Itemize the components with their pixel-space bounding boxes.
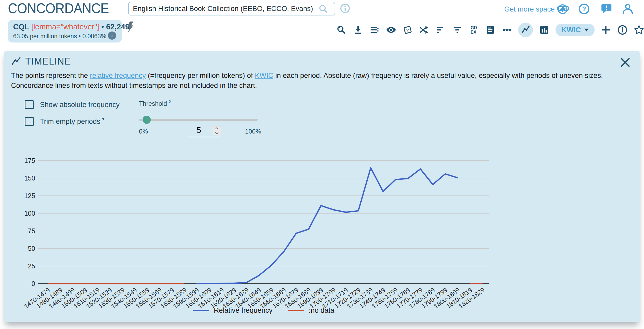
search-icon[interactable] (318, 4, 328, 14)
add-icon[interactable] (601, 24, 611, 36)
view-options-icon[interactable] (369, 24, 380, 36)
corpus-info-icon[interactable] (340, 3, 350, 14)
gdex-line1: GD (471, 25, 477, 30)
visualization-eye-icon[interactable] (386, 24, 396, 36)
threshold-input-wrap (188, 125, 220, 137)
text-types-icon[interactable] (485, 24, 496, 36)
svg-text:150: 150 (24, 174, 35, 182)
get-more-space-label: Get more space (504, 5, 555, 13)
show-absolute-frequency-label: Show absolute frequency (40, 101, 120, 109)
kwic-selector-label: KWIC (561, 26, 581, 34)
corpus-selector-input[interactable] (128, 2, 335, 15)
trim-help-mark: ? (102, 117, 104, 122)
svg-text:75: 75 (28, 227, 35, 235)
relative-frequency-link[interactable]: relative frequency (90, 72, 146, 79)
chevron-down-icon (584, 29, 589, 31)
frequency-icon[interactable] (539, 24, 549, 36)
chart-legend: Relative frequency :no data (38, 306, 489, 315)
legend-item-relative-frequency: Relative frequency (193, 306, 273, 315)
trim-empty-periods-label: Trim empty periods? (40, 117, 104, 126)
query-summary-chip[interactable]: CQL [lemma="whatever"] • 62,249 63.05 pe… (8, 20, 122, 43)
stepper-up-icon[interactable] (215, 127, 219, 131)
slider-track[interactable] (139, 119, 258, 121)
svg-text:100: 100 (24, 210, 35, 217)
feedback-icon[interactable] (600, 3, 612, 15)
shuffle-icon[interactable] (419, 24, 429, 36)
app-logo: CONCORDANCE (8, 0, 109, 16)
threshold-help-mark: ? (168, 99, 171, 104)
svg-text:50: 50 (28, 245, 35, 252)
show-absolute-frequency-checkbox[interactable] (25, 100, 34, 109)
slider-max-label: 100% (245, 128, 261, 135)
filter-icon[interactable] (452, 24, 463, 36)
threshold-text: Threshold (139, 100, 167, 107)
panel-description: The points represent the relative freque… (11, 71, 634, 91)
trim-empty-periods-text: Trim empty periods (40, 118, 100, 125)
query-info-button[interactable]: i (108, 31, 116, 40)
slider-thumb[interactable] (143, 116, 151, 124)
close-icon[interactable] (620, 57, 630, 67)
panel-title: TIMELINE (25, 56, 71, 67)
good-dictionary-examples-icon[interactable]: GD EX (469, 24, 479, 36)
timeline-icon[interactable] (518, 23, 533, 37)
query-summary-line1: CQL [lemma="whatever"] • 62,249 (13, 23, 117, 31)
svg-text:25: 25 (28, 262, 35, 270)
link-icon[interactable] (557, 3, 569, 14)
threshold-slider[interactable] (139, 116, 258, 124)
legend-swatch-no-data (288, 310, 304, 311)
bullet: • (101, 23, 104, 31)
kwic-link[interactable]: KWIC (255, 72, 273, 79)
description-text: The points represent the (11, 72, 90, 79)
threshold-value-input[interactable] (188, 125, 209, 136)
lightning-bolt-icon (127, 21, 134, 33)
timeline-panel: TIMELINE The points represent the relati… (4, 51, 640, 322)
threshold-stepper[interactable] (213, 126, 221, 135)
download-icon[interactable] (353, 24, 363, 36)
query-stats: 63.05 per million tokens • 0.0063% (13, 33, 117, 40)
new-search-icon[interactable] (336, 24, 347, 36)
user-icon[interactable] (622, 3, 633, 15)
legend-item-no-data: :no data (288, 306, 335, 315)
gdex-line2: EX (471, 30, 477, 34)
trim-empty-periods-row: Trim empty periods? (25, 117, 104, 126)
svg-text:?: ? (406, 28, 409, 33)
random-sample-icon[interactable]: ? (402, 24, 413, 36)
svg-text:125: 125 (24, 192, 35, 199)
help-icon[interactable]: ? (578, 3, 590, 15)
token-view-icon[interactable] (502, 24, 512, 36)
query-type-label: CQL (13, 23, 29, 31)
panel-header: TIMELINE (11, 56, 71, 67)
timeline-title-icon (11, 56, 22, 66)
threshold-label: Threshold? (139, 99, 262, 107)
legend-label-no-data: :no data (309, 306, 335, 315)
description-text: (=frequency per million tokens) of (146, 72, 255, 79)
sort-icon[interactable] (435, 24, 446, 36)
concordance-toolbar: ? GD EX (336, 23, 644, 37)
info-icon[interactable] (617, 24, 628, 36)
query-text: [lemma="whatever"] (31, 23, 99, 31)
svg-text:0: 0 (32, 280, 35, 287)
slider-min-label: 0% (139, 128, 148, 135)
slider-scale-row: 0% 100% (139, 126, 262, 142)
kwic-selector[interactable]: KWIC (555, 24, 595, 36)
svg-text:175: 175 (24, 157, 35, 164)
hits-count: 62,249 (106, 23, 129, 31)
timeline-chart: 02550751001251501751470-14791480-1489149… (4, 150, 503, 323)
favorite-star-icon[interactable] (634, 24, 644, 36)
show-absolute-frequency-row: Show absolute frequency (25, 100, 120, 109)
legend-swatch-relative-frequency (193, 310, 209, 311)
svg-text:?: ? (582, 5, 586, 12)
threshold-control: Threshold? 0% 100% (139, 99, 262, 107)
legend-label-relative-frequency: Relative frequency (214, 306, 273, 315)
stepper-down-icon[interactable] (215, 131, 219, 134)
trim-empty-periods-checkbox[interactable] (25, 117, 34, 126)
